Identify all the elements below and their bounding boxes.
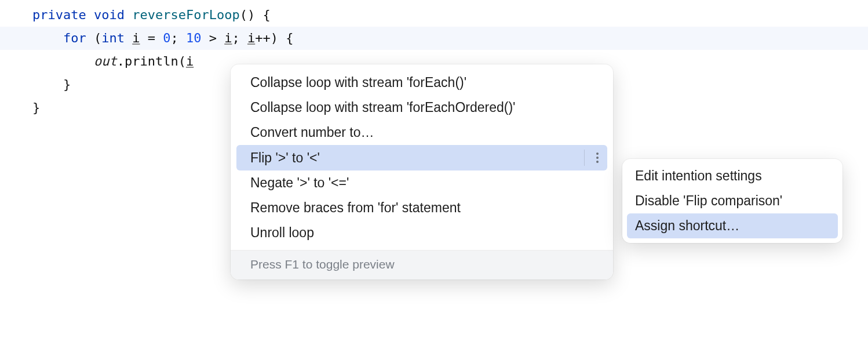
intention-submenu-popup: Edit intention settings Disable 'Flip co… [622,159,843,243]
intention-label: Collapse loop with stream 'forEach()' [250,75,466,90]
intention-actions-popup: Collapse loop with stream 'forEach()' Co… [231,64,613,280]
intention-label: Flip '>' to '<' [250,150,320,166]
submenu-label: Disable 'Flip comparison' [635,193,782,208]
method-name: reverseForLoop [132,8,239,22]
intention-item[interactable]: Remove braces from 'for' statement [231,195,613,220]
equals: = [140,31,163,45]
intention-item[interactable]: Collapse loop with stream 'forEach()' [231,70,613,95]
semi: ; [170,31,186,45]
var-i: i [132,31,140,45]
intention-item[interactable]: Convert number to… [231,120,613,145]
num-zero: 0 [163,31,170,45]
submenu-label: Assign shortcut… [635,218,739,233]
increment-close: ++) { [255,31,293,45]
open-paren: ( [86,31,102,45]
submenu-item[interactable]: Disable 'Flip comparison' [622,188,843,213]
gt: > [201,31,224,45]
brace-close: } [63,77,71,92]
submenu-item[interactable]: Edit intention settings [622,164,843,188]
submenu-label: Edit intention settings [635,168,762,183]
intention-label: Collapse loop with stream 'forEachOrdere… [250,100,515,115]
keyword-private: private [32,8,86,22]
var-i: i [186,54,194,68]
code-line-1: private void reverseForLoop() { [0,3,868,27]
obj-out: out [94,54,117,68]
intention-item-selected[interactable]: Flip '>' to '<' [236,145,607,170]
intention-item[interactable]: Collapse loop with stream 'forEachOrdere… [231,95,613,120]
intention-label: Remove braces from 'for' statement [250,200,461,216]
brace-close: } [32,100,40,115]
keyword-void: void [94,8,125,22]
more-options-icon[interactable] [584,150,601,166]
popup-footer-hint: Press F1 to toggle preview [231,250,613,280]
intention-item[interactable]: Unroll loop [231,220,613,245]
intention-item[interactable]: Negate '>' to '<=' [231,170,613,195]
submenu-item-selected[interactable]: Assign shortcut… [627,213,838,238]
intention-item-list: Collapse loop with stream 'forEach()' Co… [231,64,613,250]
var-i: i [224,31,232,45]
keyword-for: for [63,31,86,45]
semi: ; [232,31,247,45]
intention-label: Unroll loop [250,225,314,241]
keyword-int: int [101,31,125,45]
paren-brace: () { [240,8,271,22]
var-i: i [247,31,255,45]
intention-label: Negate '>' to '<=' [250,175,349,191]
call-println: .println( [117,54,186,68]
num-ten: 10 [186,31,202,45]
code-line-2: for (int i = 0; 10 > i; i++) { [0,27,868,50]
intention-label: Convert number to… [250,125,374,140]
